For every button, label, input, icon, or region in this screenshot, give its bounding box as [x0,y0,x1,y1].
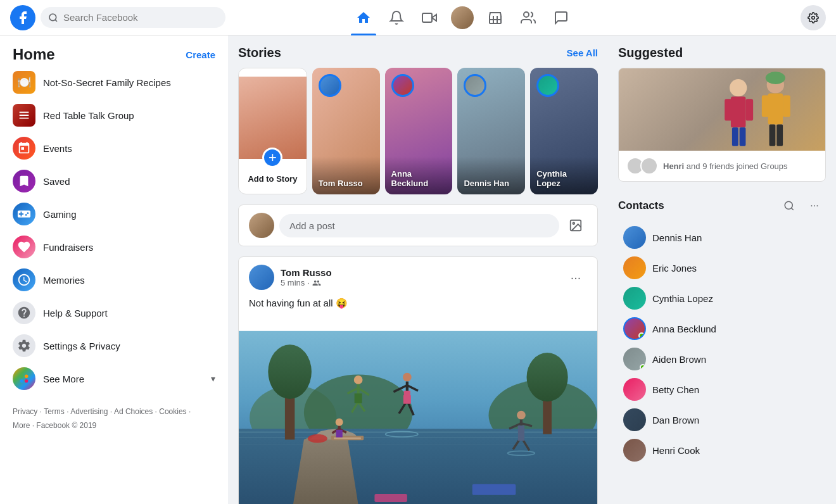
red-table-icon [13,104,35,127]
svg-rect-44 [336,430,343,438]
contact-item-henri[interactable]: Henri Cook [618,435,826,465]
topnav-left [10,5,225,30]
add-story-card[interactable]: + Add to Story [238,68,307,194]
story-gradient [457,156,525,194]
story-name-tom: Tom Russo [319,179,374,188]
story-gradient [312,156,380,194]
footer-privacy[interactable]: Privacy [13,407,37,416]
sidebar-item-fundraisers[interactable]: Fundraisers [5,230,223,263]
sidebar-item-gaming[interactable]: Gaming [5,198,223,230]
search-bar[interactable] [41,7,225,28]
sidebar-item-family-recipes[interactable]: 🍽️ Not-So-Secret Family Recipes [5,66,223,99]
sidebar-item-settings[interactable]: Settings & Privacy [5,329,223,362]
avatar-stack [626,157,658,175]
help-icon [13,301,35,324]
footer-more[interactable]: More [13,421,30,430]
sidebar-footer: Privacy · Terms · Advertising · Ad Choic… [5,395,223,443]
svg-point-57 [730,79,747,96]
contacts-more-button[interactable]: ··· [803,194,826,217]
create-link[interactable]: Create [186,49,215,60]
stories-section: Stories See All + Add to Story [238,46,598,194]
sidebar-item-red-table[interactable]: Red Table Talk Group [5,99,223,132]
svg-rect-61 [732,127,738,146]
more-options-button[interactable]: ··· [564,266,587,289]
sidebar-item-help[interactable]: Help & Support [5,296,223,329]
nav-groups-button[interactable] [513,3,543,33]
nav-messenger-button[interactable] [546,3,576,33]
family-recipes-icon: 🍽️ [13,71,35,94]
sidebar-right: Suggested [608,35,836,504]
svg-marker-1 [432,15,436,21]
footer-advertising[interactable]: Advertising [70,407,108,416]
svg-point-6 [25,375,28,379]
joined-text: Henri and 9 friends joined Groups [663,161,788,171]
svg-rect-18 [239,444,597,445]
story-card-anna[interactable]: Anna Becklund [385,68,453,194]
post-box: Add a post [238,205,598,246]
svg-point-40 [336,419,343,426]
svg-point-45 [517,411,526,420]
main-feed: Stories See All + Add to Story [228,35,608,504]
layout: Home Create 🍽️ Not-So-Secret Family Reci… [0,35,836,504]
stories-header: Stories See All [238,46,598,60]
contact-name-anna: Anna Becklund [652,324,716,334]
nav-marketplace-button[interactable] [480,3,510,33]
post-card: Tom Russo 5 mins · ··· Not having fun at… [238,256,598,504]
nav-notifications-button[interactable] [381,3,412,33]
sidebar-item-label: Not-So-Secret Family Recipes [43,77,171,88]
sidebar-left: Home Create 🍽️ Not-So-Secret Family Reci… [0,35,228,504]
nav-profile-button[interactable] [447,3,478,33]
contact-item-eric[interactable]: Eric Jones [618,253,826,283]
footer-terms[interactable]: Terms [44,407,65,416]
contact-item-cynthia[interactable]: Cynthia Lopez [618,283,826,313]
svg-rect-62 [740,127,746,146]
see-all-button[interactable]: See All [567,47,598,58]
story-name-cynthia: Cynthia Lopez [536,169,592,188]
story-card-dennis[interactable]: Dennis Han [457,68,525,194]
svg-point-4 [812,16,815,19]
topnav-center [231,3,694,33]
facebook-logo[interactable] [10,5,35,30]
contacts-title: Contacts [618,199,664,212]
footer-cookies[interactable]: Cookies [159,407,186,416]
svg-point-0 [49,14,56,21]
contact-item-anna[interactable]: Anna Becklund [618,313,826,344]
post-image-svg [239,317,597,504]
sidebar-item-label: Gaming [43,209,77,220]
post-user-info: Tom Russo 5 mins · [249,265,332,290]
contact-name-cynthia: Cynthia Lopez [652,293,713,304]
svg-rect-60 [746,99,754,120]
contacts-search-button[interactable] [778,194,801,217]
contact-item-betty[interactable]: Betty Chen [618,374,826,405]
nav-watch-button[interactable] [414,3,445,33]
fundraisers-icon [13,236,35,258]
svg-rect-68 [777,124,783,146]
sidebar-item-events[interactable]: Events [5,132,223,165]
sidebar-item-memories[interactable]: Memories [5,263,223,296]
post-author-name[interactable]: Tom Russo [281,267,332,278]
story-name-anna: Anna Becklund [391,169,446,188]
photo-video-button[interactable] [564,214,587,237]
topnav-right [699,5,826,30]
contact-item-aiden[interactable]: Aiden Brown [618,344,826,374]
contact-item-dan[interactable]: Dan Brown [618,405,826,435]
anna-avatar [391,74,414,97]
sidebar-item-label: Events [43,143,72,154]
settings-button[interactable] [801,5,826,30]
story-card-tom-russo[interactable]: Tom Russo [312,68,380,194]
svg-rect-64 [768,94,783,125]
post-header: Tom Russo 5 mins · ··· [239,257,597,298]
add-post-input[interactable]: Add a post [279,214,559,237]
sidebar-item-saved[interactable]: Saved [5,165,223,198]
see-more-button[interactable]: See More ▾ [5,362,223,395]
search-input[interactable] [63,12,190,23]
suggested-banner: Groups New ways to find and join communi… [619,68,825,151]
nav-home-button[interactable] [348,3,379,33]
story-card-cynthia[interactable]: Cynthia Lopez [530,68,598,194]
svg-point-32 [403,373,412,382]
contact-item-dennis[interactable]: Dennis Han [618,222,826,253]
footer-ad-choices[interactable]: Ad Choices [114,407,153,416]
contact-name-henri: Henri Cook [652,445,700,456]
contact-avatar-dennis [623,226,646,249]
suggested-groups-card: Groups New ways to find and join communi… [618,68,826,182]
